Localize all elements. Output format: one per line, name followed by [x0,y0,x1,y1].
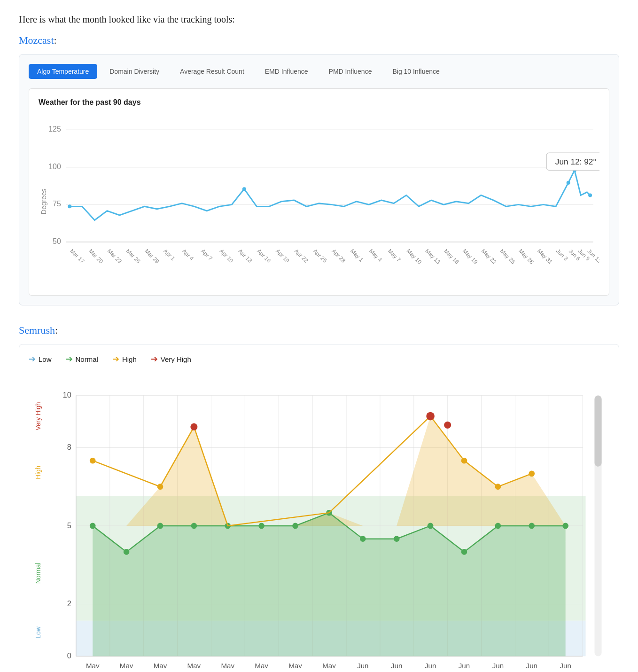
svg-text:Jun: Jun [526,662,537,668]
svg-point-96 [90,458,96,464]
svg-point-97 [157,484,163,490]
svg-text:May: May [255,662,268,668]
svg-text:May 1: May 1 [349,248,365,263]
veryhigh-icon: ➔ [151,354,158,364]
svg-text:Apr 13: Apr 13 [237,248,253,264]
svg-point-94 [529,523,535,529]
svg-text:Apr 7: Apr 7 [200,248,214,262]
svg-text:Apr 10: Apr 10 [218,248,235,264]
mozcast-chart-area: Weather for the past 90 days 125 100 75 … [29,88,609,296]
svg-text:May 25: May 25 [499,248,517,266]
svg-text:Apr 19: Apr 19 [274,248,291,264]
svg-point-104 [426,412,435,421]
svg-point-100 [461,458,467,464]
svg-point-81 [90,523,96,529]
semrush-svg: 0 2 5 8 10 Low Normal High Very High [29,372,609,668]
svg-text:Apr 1: Apr 1 [162,248,176,262]
tab-pmd-influence[interactable]: PMD Influence [320,64,381,79]
svg-text:Jun 12: 92°: Jun 12: 92° [555,157,596,166]
semrush-title: Semrush: [19,324,619,336]
svg-rect-137 [594,396,601,467]
svg-text:May 16: May 16 [443,248,460,266]
svg-text:Jun: Jun [357,662,368,668]
svg-text:Low: Low [34,626,42,639]
svg-text:May 22: May 22 [480,248,498,266]
legend-high: ➔ High [112,354,137,364]
svg-text:Jun: Jun [560,662,571,668]
svg-text:75: 75 [53,200,61,208]
semrush-section: Semrush: ➔ Low ➔ Normal ➔ High ➔ Very Hi… [19,324,619,672]
svg-text:May 19: May 19 [461,248,479,266]
tab-domain-diversity[interactable]: Domain Diversity [101,64,168,79]
svg-text:May 10: May 10 [405,248,423,266]
svg-text:May 28: May 28 [517,248,535,266]
svg-text:100: 100 [48,163,61,171]
svg-text:Apr 4: Apr 4 [181,248,195,262]
svg-text:Mar 23: Mar 23 [106,248,123,265]
svg-point-103 [190,423,197,430]
svg-text:May 4: May 4 [368,248,383,263]
svg-text:125: 125 [48,125,61,133]
svg-point-101 [495,484,501,490]
mozcast-link[interactable]: Mozcast [19,34,54,46]
svg-text:May: May [120,662,133,668]
svg-point-89 [360,536,366,542]
mozcast-svg: 125 100 75 50 Degrees [39,114,599,289]
low-icon: ➔ [29,354,36,364]
svg-text:May: May [322,662,336,668]
tab-big10-influence[interactable]: Big 10 Influence [384,64,448,79]
svg-text:May 7: May 7 [387,248,402,263]
svg-text:Degrees: Degrees [40,188,47,214]
normal-icon: ➔ [66,354,73,364]
svg-text:Apr 16: Apr 16 [256,248,272,264]
svg-text:May 13: May 13 [424,248,442,266]
svg-text:Jun: Jun [492,662,504,668]
mozcast-section: Mozcast: Algo Temperature Domain Diversi… [19,34,619,305]
svg-point-83 [157,523,163,529]
svg-text:Mar 20: Mar 20 [87,248,104,265]
svg-text:Normal: Normal [34,563,42,584]
mozcast-chart: 125 100 75 50 Degrees [39,114,599,290]
svg-text:Jun 3: Jun 3 [555,248,569,262]
legend-high-label: High [122,355,137,363]
svg-text:10: 10 [63,391,71,399]
legend-normal: ➔ Normal [66,354,98,364]
svg-point-86 [258,523,265,529]
svg-point-95 [562,523,568,529]
svg-text:Jun: Jun [391,662,402,668]
svg-text:8: 8 [67,443,71,452]
mozcast-title: Mozcast: [19,34,619,47]
svg-text:0: 0 [67,652,71,660]
svg-point-102 [529,471,535,477]
svg-point-87 [292,523,298,529]
tab-emd-influence[interactable]: EMD Influence [257,64,317,79]
intro-text: Here is what the month looked like via t… [19,14,619,25]
tab-algo-temperature[interactable]: Algo Temperature [29,64,97,79]
semrush-card: ➔ Low ➔ Normal ➔ High ➔ Very High [19,344,619,672]
svg-text:50: 50 [53,237,61,245]
svg-point-12 [567,181,570,185]
semrush-legend: ➔ Low ➔ Normal ➔ High ➔ Very High [29,354,609,364]
svg-point-90 [394,536,400,542]
svg-point-11 [242,187,246,191]
mozcast-tabs: Algo Temperature Domain Diversity Averag… [29,64,609,79]
mozcast-card: Algo Temperature Domain Diversity Averag… [19,54,619,305]
legend-low-label: Low [39,355,52,363]
semrush-link[interactable]: Semrush [19,324,55,336]
svg-text:May: May [187,662,201,668]
tab-average-result-count[interactable]: Average Result Count [171,64,253,79]
svg-text:Mar 26: Mar 26 [125,248,142,265]
svg-text:Apr 25: Apr 25 [312,248,328,264]
svg-point-14 [588,193,592,197]
legend-veryhigh: ➔ Very High [151,354,191,364]
svg-text:5: 5 [67,521,71,530]
svg-point-93 [495,523,501,529]
svg-point-84 [191,523,197,529]
svg-point-91 [428,523,434,529]
svg-marker-80 [93,513,565,656]
svg-point-82 [124,549,130,555]
svg-text:May: May [86,662,100,668]
legend-veryhigh-label: Very High [161,355,191,363]
svg-text:May: May [154,662,167,668]
svg-text:Apr 22: Apr 22 [293,248,310,264]
